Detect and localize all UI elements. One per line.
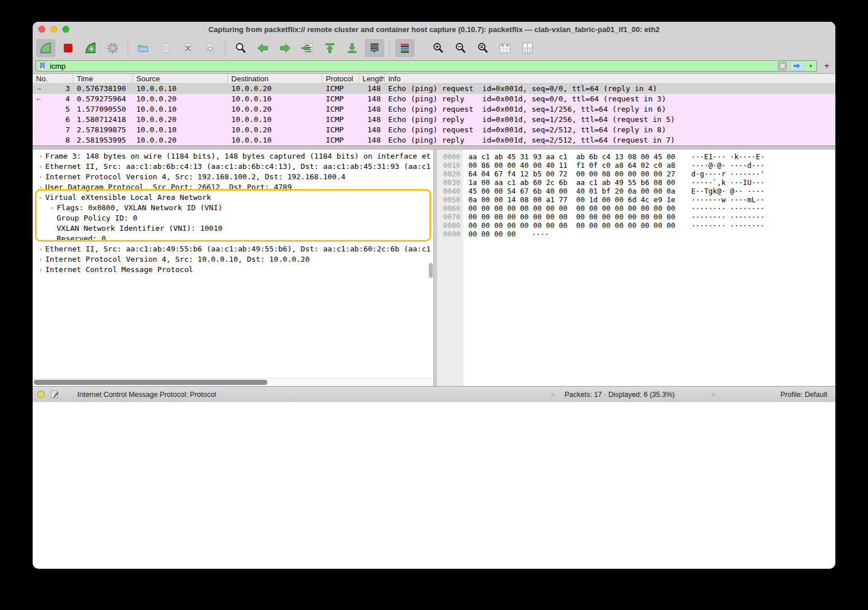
detail-line-ip-outer[interactable]: Internet Protocol Version 4, Src: 192.16… bbox=[33, 172, 433, 182]
scrollbar-thumb[interactable] bbox=[34, 380, 267, 385]
hex-row[interactable]: 001000 86 00 00 40 00 40 11 f1 0f c0 a8 … bbox=[437, 161, 835, 170]
detail-line-vxlan-vni[interactable]: VXLAN Network Identifier (VNI): 10010 bbox=[33, 223, 433, 234]
cell-info: Echo (ping) request id=0x001d, seq=2/512… bbox=[385, 125, 835, 135]
expand-chevron-icon[interactable] bbox=[36, 182, 45, 192]
zoom-window-button[interactable] bbox=[62, 26, 69, 33]
collapse-chevron-icon[interactable] bbox=[36, 192, 45, 203]
hex-row[interactable]: 0000aa c1 ab 45 31 93 aa c1 ab 6b c4 13 … bbox=[437, 152, 835, 161]
packet-row[interactable]: 6 1.580712418 10.0.0.20 10.0.0.10 ICMP 1… bbox=[33, 115, 835, 125]
detail-line-udp[interactable]: User Datagram Protocol, Src Port: 26612,… bbox=[33, 182, 433, 192]
packet-row[interactable]: 7 2.578199875 10.0.0.10 10.0.0.20 ICMP 1… bbox=[33, 125, 835, 135]
minimize-window-button[interactable] bbox=[50, 26, 57, 33]
hex-row[interactable]: 006000 00 00 00 00 00 00 00 00 00 00 00 … bbox=[437, 204, 835, 212]
column-header-protocol[interactable]: Protocol bbox=[322, 74, 359, 83]
detail-line-ip-inner[interactable]: Internet Protocol Version 4, Src: 10.0.0… bbox=[33, 254, 433, 265]
expand-chevron-icon[interactable] bbox=[36, 162, 45, 172]
tree-indent-spacer bbox=[48, 223, 57, 234]
stop-capture-button[interactable] bbox=[58, 39, 78, 57]
capture-comment-icon[interactable] bbox=[50, 390, 59, 399]
resize-columns-button[interactable] bbox=[495, 39, 515, 57]
find-packet-button[interactable] bbox=[231, 39, 250, 57]
close-document-icon bbox=[182, 42, 194, 54]
display-filter-input[interactable] bbox=[50, 62, 775, 70]
go-to-last-button[interactable] bbox=[342, 39, 362, 57]
cell-marker bbox=[33, 104, 45, 115]
column-header-source[interactable]: Source bbox=[133, 74, 228, 83]
close-window-button[interactable] bbox=[38, 26, 45, 33]
close-file-button[interactable] bbox=[178, 39, 198, 57]
expert-info-icon[interactable] bbox=[37, 391, 45, 398]
details-horizontal-scrollbar[interactable] bbox=[33, 378, 433, 386]
hex-row[interactable]: 007000 00 00 00 00 00 00 00 00 00 00 00 … bbox=[437, 212, 835, 221]
hex-row[interactable]: 004045 00 00 54 67 6b 40 00 40 01 bf 20 … bbox=[437, 187, 835, 195]
hex-row[interactable]: 008000 00 00 00 00 00 00 00 00 00 00 00 … bbox=[437, 221, 835, 230]
filter-clear-button[interactable] bbox=[778, 61, 787, 70]
cell-time: 1.580712418 bbox=[73, 115, 133, 125]
detail-line-vxlan-flags[interactable]: Flags: 0x0800, VXLAN Network ID (VNI) bbox=[33, 203, 433, 213]
column-header-length[interactable]: Length bbox=[359, 74, 385, 83]
restart-fin-icon bbox=[84, 42, 97, 54]
expand-chevron-icon[interactable] bbox=[36, 254, 45, 265]
expand-chevron-icon[interactable] bbox=[48, 203, 57, 213]
filter-dropdown-button[interactable]: ▾ bbox=[807, 61, 815, 70]
packet-row[interactable]: 5 1.577090550 10.0.0.10 10.0.0.20 ICMP 1… bbox=[33, 104, 835, 115]
expand-chevron-icon[interactable] bbox=[36, 172, 45, 182]
colorize-icon bbox=[399, 42, 411, 54]
zoom-in-button[interactable] bbox=[428, 39, 448, 57]
horizontal-splitter[interactable] bbox=[33, 145, 835, 149]
restart-capture-button[interactable] bbox=[81, 39, 100, 57]
filter-apply-button[interactable] bbox=[790, 61, 804, 70]
filter-add-button[interactable]: + bbox=[822, 61, 832, 71]
detail-line-ethernet-inner[interactable]: Ethernet II, Src: aa:c1:ab:49:55:b6 (aa:… bbox=[33, 244, 433, 254]
zoom-reset-button[interactable] bbox=[473, 39, 492, 57]
go-forward-button[interactable] bbox=[275, 39, 295, 57]
save-file-button[interactable] bbox=[156, 39, 175, 57]
layout-panes-button[interactable]: 1 2 3 bbox=[518, 39, 537, 57]
hex-row[interactable]: 002064 04 67 f4 12 b5 00 72 00 00 08 00 … bbox=[437, 170, 835, 178]
detail-line-vxlan-group-policy[interactable]: Group Policy ID: 0 bbox=[33, 213, 433, 223]
go-back-button[interactable] bbox=[253, 39, 273, 57]
profile-status[interactable]: Profile: Default bbox=[780, 387, 827, 402]
hex-row[interactable]: 009000 00 00 00···· bbox=[437, 230, 835, 238]
folder-icon bbox=[137, 42, 149, 54]
colorize-button[interactable] bbox=[395, 39, 415, 57]
detail-line-vxlan[interactable]: Virtual eXtensible Local Area Network bbox=[33, 192, 433, 203]
expand-chevron-icon[interactable] bbox=[36, 265, 45, 275]
open-file-button[interactable] bbox=[133, 39, 153, 57]
column-header-time[interactable]: Time bbox=[73, 74, 133, 83]
start-capture-button[interactable] bbox=[36, 39, 56, 57]
cell-destination: 10.0.0.20 bbox=[228, 104, 322, 115]
title-bar[interactable]: Capturing from packetflix:// remote clus… bbox=[33, 22, 835, 37]
packet-row[interactable]: 8 2.581953995 10.0.0.20 10.0.0.10 ICMP 1… bbox=[33, 135, 835, 145]
column-header-info[interactable]: Info bbox=[385, 74, 401, 83]
column-header-destination[interactable]: Destination bbox=[228, 74, 322, 83]
go-to-first-button[interactable] bbox=[320, 39, 340, 57]
packet-counts: Packets: 17 · Displayed: 6 (35.3%) bbox=[565, 391, 674, 399]
packet-row[interactable]: → 3 0.576738190 10.0.0.10 10.0.0.20 ICMP… bbox=[33, 84, 835, 94]
display-filter-field[interactable]: ▾ bbox=[35, 60, 817, 72]
detail-line-vxlan-reserved[interactable]: Reserved: 0 bbox=[33, 234, 433, 244]
hex-row[interactable]: 00301a 00 aa c1 ab 60 2c 6b aa c1 ab 49 … bbox=[437, 178, 835, 187]
hex-row[interactable]: 00500a 00 00 14 08 00 a1 77 00 1d 00 00 … bbox=[437, 195, 835, 204]
cell-length: 148 bbox=[359, 125, 385, 135]
cell-source: 10.0.0.20 bbox=[133, 115, 228, 125]
details-vertical-scrollbar[interactable] bbox=[429, 263, 433, 278]
go-to-packet-button[interactable] bbox=[298, 39, 317, 57]
zoom-out-button[interactable] bbox=[451, 39, 470, 57]
capture-options-button[interactable] bbox=[103, 39, 123, 57]
auto-scroll-button[interactable] bbox=[365, 39, 384, 57]
filter-bookmark-button[interactable] bbox=[38, 61, 47, 70]
detail-line-ethernet-outer[interactable]: Ethernet II, Src: aa:c1:ab:6b:c4:13 (aa:… bbox=[33, 162, 433, 172]
reload-file-button[interactable] bbox=[200, 39, 220, 57]
expand-chevron-icon[interactable] bbox=[36, 244, 45, 254]
hex-bytes: 64 04 67 f4 12 b5 00 72 00 00 08 00 00 0… bbox=[468, 170, 675, 178]
detail-line-icmp[interactable]: Internet Control Message Protocol bbox=[33, 265, 433, 275]
cell-marker bbox=[33, 115, 45, 125]
gear-icon bbox=[106, 42, 119, 54]
detail-line-frame[interactable]: Frame 3: 148 bytes on wire (1184 bits), … bbox=[33, 151, 433, 162]
column-header-no[interactable]: No. bbox=[33, 74, 73, 83]
expand-chevron-icon[interactable] bbox=[36, 151, 45, 162]
hex-ascii: ···E1··· ·k····E· bbox=[691, 152, 764, 161]
cell-time: 0.576738190 bbox=[73, 84, 133, 94]
packet-row[interactable]: ← 4 0.579275964 10.0.0.20 10.0.0.10 ICMP… bbox=[33, 94, 835, 104]
